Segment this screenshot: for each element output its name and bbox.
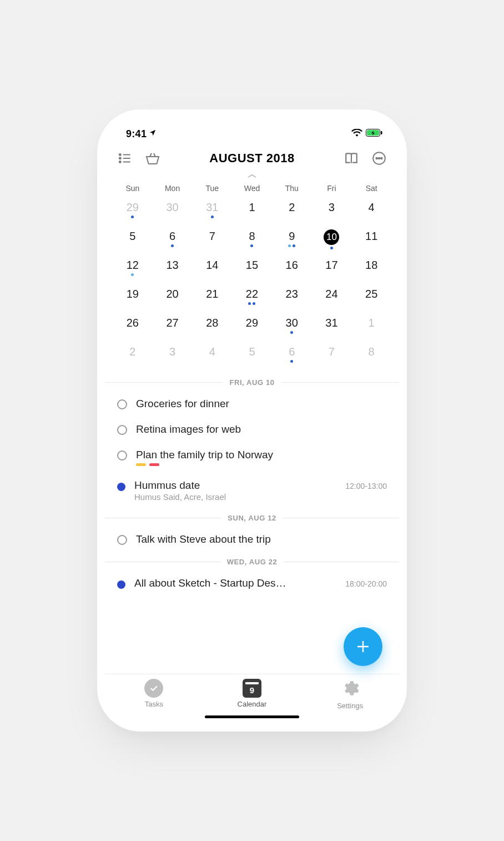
svg-point-11 <box>379 158 380 159</box>
svg-point-10 <box>376 158 377 159</box>
calendar-day[interactable]: 30 <box>272 313 312 342</box>
calendar-day[interactable]: 10 <box>312 226 352 255</box>
toolbar: AUGUST 2018 <box>105 144 399 173</box>
phone-frame: 9:41 AUGUST 2018 <box>105 117 399 724</box>
item-title: Talk with Steve about the trip <box>136 533 387 545</box>
calendar-day[interactable]: 30 <box>153 197 193 226</box>
calendar-day[interactable]: 16 <box>272 255 312 284</box>
calendar-day[interactable]: 6 <box>153 226 193 255</box>
collapse-calendar-chevron[interactable] <box>105 174 399 178</box>
calendar-day[interactable]: 6 <box>272 342 312 371</box>
calendar-day[interactable]: 5 <box>113 226 153 255</box>
svg-point-5 <box>119 161 121 163</box>
calendar-day[interactable]: 4 <box>351 197 391 226</box>
item-time: 12:00-13:00 <box>345 482 387 490</box>
tab-settings[interactable]: Settings <box>301 679 399 724</box>
event-dot-icon <box>117 580 125 589</box>
task-checkbox[interactable] <box>117 425 127 435</box>
wifi-icon <box>351 129 362 139</box>
notch <box>190 117 315 136</box>
calendar-day[interactable]: 29 <box>113 197 153 226</box>
weekday-label: Sun <box>113 184 153 193</box>
calendar-day[interactable]: 3 <box>153 342 193 371</box>
calendar-day[interactable]: 9 <box>272 226 312 255</box>
calendar-day[interactable]: 11 <box>351 226 391 255</box>
add-button[interactable] <box>344 627 382 666</box>
calendar-day[interactable]: 15 <box>232 255 272 284</box>
tab-settings-label: Settings <box>337 702 363 710</box>
calendar-day[interactable]: 14 <box>192 255 232 284</box>
weekday-label: Fri <box>312 184 352 193</box>
item-title: Plan the family trip to Norway <box>136 449 387 461</box>
basket-icon[interactable] <box>145 151 160 166</box>
weekday-label: Thu <box>272 184 312 193</box>
battery-icon <box>366 129 382 139</box>
calendar-day[interactable]: 2 <box>113 342 153 371</box>
month-title[interactable]: AUGUST 2018 <box>209 151 294 166</box>
calendar-icon: 9 <box>243 679 261 698</box>
calendar-day[interactable]: 1 <box>351 313 391 342</box>
svg-point-3 <box>119 154 121 156</box>
item-title: Hummus date <box>134 479 336 492</box>
calendar-day[interactable]: 1 <box>232 197 272 226</box>
calendar-day[interactable]: 27 <box>153 313 193 342</box>
calendar-day[interactable]: 23 <box>272 284 312 313</box>
calendar-day[interactable]: 8 <box>351 342 391 371</box>
svg-point-12 <box>381 158 382 159</box>
calendar-day[interactable]: 8 <box>232 226 272 255</box>
calendar-day[interactable]: 28 <box>192 313 232 342</box>
calendar-grid: 2930311234567891011121314151617181920212… <box>105 197 399 373</box>
tab-calendar-label: Calendar <box>238 700 267 708</box>
section-header: FRI, AUG 10 <box>105 373 399 391</box>
book-icon[interactable] <box>344 151 359 166</box>
list-icon[interactable] <box>117 151 133 166</box>
calendar-day[interactable]: 4 <box>192 342 232 371</box>
item-title: Groceries for dinner <box>136 398 387 410</box>
calendar-day[interactable]: 26 <box>113 313 153 342</box>
task-checkbox[interactable] <box>117 450 127 460</box>
calendar-day[interactable]: 3 <box>312 197 352 226</box>
calendar-day[interactable]: 18 <box>351 255 391 284</box>
calendar-day[interactable]: 7 <box>192 226 232 255</box>
weekday-row: SunMonTueWedThuFriSat <box>105 178 399 197</box>
task-item[interactable]: Talk with Steve about the trip <box>105 527 399 552</box>
weekday-label: Tue <box>192 184 232 193</box>
calendar-day[interactable]: 29 <box>232 313 272 342</box>
location-icon <box>149 129 157 139</box>
calendar-day[interactable]: 13 <box>153 255 193 284</box>
tab-tasks[interactable]: Tasks <box>105 679 203 724</box>
calendar-day[interactable]: 31 <box>192 197 232 226</box>
calendar-day[interactable]: 24 <box>312 284 352 313</box>
item-time: 18:00-20:00 <box>345 579 387 588</box>
weekday-label: Wed <box>232 184 272 193</box>
calendar-day[interactable]: 19 <box>113 284 153 313</box>
calendar-day[interactable]: 17 <box>312 255 352 284</box>
task-checkbox[interactable] <box>117 399 127 409</box>
tab-bar: Tasks 9 Calendar Settings <box>105 674 399 724</box>
tab-tasks-label: Tasks <box>145 700 163 708</box>
event-item[interactable]: Hummus dateHumus Said, Acre, Israel12:00… <box>105 473 399 508</box>
task-checkbox[interactable] <box>117 535 127 545</box>
event-dot-icon <box>117 483 125 491</box>
task-item[interactable]: Groceries for dinner <box>105 391 399 417</box>
calendar-day[interactable]: 2 <box>272 197 312 226</box>
calendar-day[interactable]: 31 <box>312 313 352 342</box>
task-item[interactable]: Plan the family trip to Norway <box>105 442 399 473</box>
check-icon <box>144 679 163 698</box>
calendar-day[interactable]: 7 <box>312 342 352 371</box>
calendar-day[interactable]: 22 <box>232 284 272 313</box>
calendar-day[interactable]: 12 <box>113 255 153 284</box>
task-item[interactable]: Retina images for web <box>105 417 399 442</box>
calendar-day[interactable]: 20 <box>153 284 193 313</box>
home-indicator[interactable] <box>205 715 299 718</box>
calendar-day[interactable]: 21 <box>192 284 232 313</box>
gear-icon <box>341 679 360 699</box>
more-icon[interactable] <box>371 151 387 166</box>
item-subtitle: Humus Said, Acre, Israel <box>134 492 336 502</box>
calendar-day[interactable]: 5 <box>232 342 272 371</box>
status-time: 9:41 <box>126 128 147 140</box>
calendar-day[interactable]: 25 <box>351 284 391 313</box>
event-item[interactable]: All about Sketch - Startup Des…18:00-20:… <box>105 570 399 596</box>
item-title: All about Sketch - Startup Des… <box>134 577 336 589</box>
item-title: Retina images for web <box>136 423 387 435</box>
